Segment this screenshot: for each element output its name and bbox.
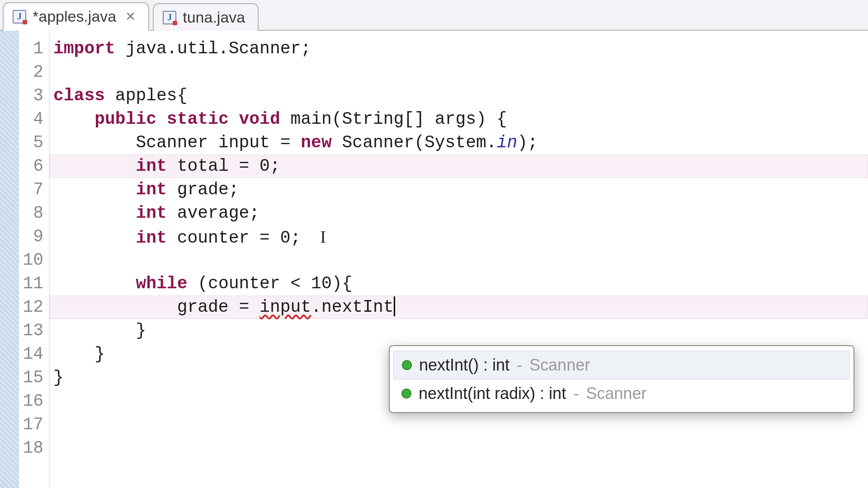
code-token: void — [239, 109, 280, 129]
code-token: int — [136, 180, 166, 199]
code-line[interactable]: int average; — [50, 202, 868, 225]
code-token: average; — [167, 203, 259, 223]
line-number: 14 — [0, 343, 49, 366]
code-line[interactable]: int grade; — [50, 178, 868, 202]
line-number: 2 — [0, 61, 49, 84]
code-token — [156, 109, 167, 129]
code-line[interactable]: Scanner input = new Scanner(System.in); — [50, 131, 868, 155]
code-token: int — [136, 156, 166, 176]
code-token: in — [497, 133, 518, 152]
method-public-icon — [402, 360, 412, 370]
line-number: 16 — [0, 389, 49, 413]
code-token — [53, 109, 94, 129]
code-token: grade = — [53, 297, 259, 317]
code-token: while — [136, 274, 187, 293]
autocomplete-item[interactable]: nextInt() : int - Scanner — [393, 351, 850, 380]
code-token: .nextInt — [311, 297, 393, 317]
autocomplete-signature: nextInt(int radix) : int — [419, 384, 566, 403]
tab-label: *apples.java — [33, 8, 116, 25]
code-token: class — [53, 86, 105, 105]
code-line[interactable]: public static void main(String[] args) { — [50, 108, 868, 131]
line-number: 10 — [0, 249, 49, 272]
line-number: 18 — [0, 436, 49, 460]
line-number: 11 — [0, 272, 49, 296]
code-token: counter = 0; — [167, 228, 301, 248]
line-number: 15 — [0, 366, 49, 389]
code-token: java.util.Scanner; — [115, 39, 311, 58]
code-line[interactable]: int total = 0; — [50, 155, 868, 178]
line-number: 9 — [0, 225, 49, 249]
code-token: (counter < 10){ — [187, 274, 352, 293]
code-token: int — [136, 228, 166, 248]
code-area[interactable]: import java.util.Scanner;class apples{ p… — [50, 31, 868, 488]
text-caret — [394, 296, 395, 316]
code-token — [53, 228, 136, 248]
code-token — [53, 156, 136, 176]
code-line[interactable]: int counter = 0; I — [50, 225, 868, 249]
code-line[interactable] — [50, 249, 868, 272]
line-number: 5 — [0, 131, 49, 155]
code-token: total = 0; — [167, 156, 280, 176]
code-line[interactable]: while (counter < 10){ — [50, 272, 868, 296]
text-cursor-icon: I — [311, 225, 326, 249]
line-number: 8 — [0, 202, 49, 225]
code-token — [53, 180, 136, 199]
code-line[interactable]: grade = input.nextInt — [50, 296, 868, 319]
line-number: 13 — [0, 319, 49, 343]
code-line[interactable]: class apples{ — [50, 84, 868, 108]
autocomplete-signature: nextInt() : int — [419, 356, 509, 375]
java-file-icon: J — [163, 11, 176, 24]
line-number: 1 — [0, 37, 49, 61]
code-token: } — [53, 321, 146, 340]
line-number: 17 — [0, 413, 49, 436]
method-public-icon — [401, 389, 411, 399]
tab-bar: J*apples.java✕Jtuna.java — [0, 0, 868, 31]
code-editor[interactable]: 123456789101112131415161718 import java.… — [0, 31, 868, 488]
line-number: 3 — [0, 84, 49, 108]
line-gutter: 123456789101112131415161718 — [0, 31, 50, 488]
code-token: Scanner input = — [53, 133, 301, 152]
code-token: int — [136, 203, 166, 223]
code-line[interactable] — [50, 61, 868, 84]
code-token: grade; — [167, 180, 239, 199]
line-number: 7 — [0, 178, 49, 202]
tab-1[interactable]: Jtuna.java — [153, 3, 259, 31]
close-icon[interactable]: ✕ — [125, 9, 136, 24]
code-token — [53, 203, 136, 223]
code-token: input — [259, 297, 311, 317]
code-token: ); — [517, 133, 538, 152]
line-number: 12 — [0, 296, 49, 319]
autocomplete-source: Scanner — [586, 384, 646, 403]
autocomplete-source: Scanner — [529, 356, 590, 375]
tab-0[interactable]: J*apples.java✕ — [3, 2, 149, 31]
code-token: main(String[] args) { — [280, 109, 507, 129]
autocomplete-popup[interactable]: nextInt() : int - ScannernextInt(int rad… — [389, 345, 854, 413]
code-token: public — [94, 109, 156, 129]
code-token — [229, 109, 239, 129]
code-line[interactable]: import java.util.Scanner; — [50, 37, 868, 61]
line-number: 6 — [0, 155, 49, 178]
code-token: } — [53, 344, 105, 364]
autocomplete-separator: - — [517, 356, 522, 375]
code-token: import — [53, 39, 115, 58]
tab-label: tuna.java — [183, 9, 245, 26]
code-token — [53, 274, 136, 293]
code-token: Scanner(System. — [332, 133, 497, 152]
code-token: new — [301, 133, 331, 152]
code-line[interactable] — [50, 436, 868, 460]
code-line[interactable] — [50, 413, 868, 436]
autocomplete-item[interactable]: nextInt(int radix) : int - Scanner — [393, 380, 850, 408]
autocomplete-separator: - — [573, 384, 579, 403]
code-token: apples{ — [105, 86, 187, 105]
code-token: } — [53, 368, 64, 387]
java-file-icon: J — [13, 10, 26, 23]
code-line[interactable]: } — [50, 319, 868, 343]
code-token: static — [167, 109, 229, 129]
line-number: 4 — [0, 108, 49, 131]
